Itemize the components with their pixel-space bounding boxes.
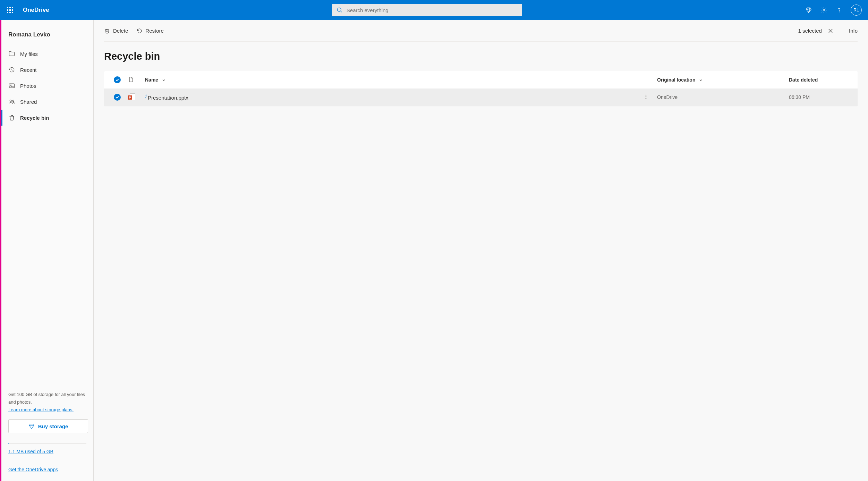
- buy-storage-label: Buy storage: [38, 423, 68, 429]
- delete-label: Delete: [113, 28, 128, 34]
- location-column-header[interactable]: Original location: [657, 77, 789, 83]
- diamond-icon: [28, 423, 35, 429]
- close-icon: [827, 28, 834, 34]
- page-title: Recycle bin: [104, 42, 858, 71]
- chevron-down-icon: [699, 78, 703, 82]
- date-column-header[interactable]: Date deleted: [789, 77, 855, 83]
- main-content: Delete Restore 1 selected Info Recycle b…: [94, 20, 868, 481]
- row-checkbox[interactable]: [114, 94, 121, 101]
- sidebar-item-photos[interactable]: Photos: [1, 78, 93, 94]
- location-column-label: Original location: [657, 77, 695, 83]
- premium-icon[interactable]: [805, 6, 812, 14]
- storage-used-link[interactable]: 1.1 MB used of 5 GB: [8, 449, 53, 454]
- search-box[interactable]: [332, 4, 522, 16]
- command-bar: Delete Restore 1 selected Info: [104, 20, 858, 42]
- file-icon: [128, 76, 134, 83]
- date-column-label: Date deleted: [789, 77, 818, 83]
- svg-line-1: [340, 11, 342, 12]
- sidebar-footer: Get 100 GB of storage for all your files…: [1, 391, 93, 481]
- restore-label: Restore: [145, 28, 164, 34]
- sidebar-item-label: Photos: [20, 83, 36, 89]
- sidebar-item-label: Shared: [20, 99, 37, 105]
- waffle-icon: [7, 7, 13, 13]
- user-name: Romana Levko: [1, 27, 93, 46]
- sidebar-item-label: Recycle bin: [20, 115, 49, 121]
- sidebar-item-recycle-bin[interactable]: Recycle bin: [1, 110, 93, 126]
- delete-button[interactable]: Delete: [104, 28, 128, 34]
- sidebar-item-label: Recent: [20, 67, 37, 73]
- table-row[interactable]: P ⤴Presentation.pptx OneDrive 06:30 PM: [104, 88, 858, 106]
- select-all-checkbox[interactable]: [114, 76, 121, 83]
- more-actions-button[interactable]: [643, 94, 657, 101]
- svg-point-12: [646, 94, 647, 95]
- header-center: [49, 4, 805, 16]
- file-type-column[interactable]: [128, 76, 145, 84]
- avatar[interactable]: RL: [851, 5, 862, 16]
- svg-point-0: [337, 8, 341, 11]
- svg-point-13: [646, 96, 647, 97]
- svg-point-14: [646, 98, 647, 99]
- pptx-icon: P: [128, 93, 135, 101]
- search-icon: [336, 7, 343, 14]
- app-header: OneDrive RL: [0, 0, 868, 20]
- buy-storage-button[interactable]: Buy storage: [8, 419, 88, 433]
- file-table: Name Original location Date deleted: [104, 71, 858, 106]
- chevron-down-icon: [162, 78, 166, 82]
- storage-plans-link[interactable]: Learn more about storage plans.: [8, 407, 74, 412]
- restore-button[interactable]: Restore: [136, 28, 164, 34]
- table-header: Name Original location Date deleted: [104, 71, 858, 88]
- svg-point-2: [823, 9, 825, 11]
- people-icon: [8, 98, 15, 105]
- file-date: 06:30 PM: [789, 94, 855, 100]
- selection-count: 1 selected: [798, 28, 822, 34]
- folder-icon: [8, 50, 15, 57]
- svg-point-3: [839, 12, 840, 12]
- file-type-icon: P: [128, 93, 145, 101]
- settings-icon[interactable]: [820, 6, 828, 14]
- app-name[interactable]: OneDrive: [20, 7, 49, 14]
- name-column-header[interactable]: Name: [145, 77, 643, 83]
- search-input[interactable]: [347, 7, 518, 13]
- svg-point-7: [12, 100, 14, 101]
- shared-indicator-icon: ⤴: [145, 94, 147, 98]
- info-label: Info: [849, 28, 858, 34]
- sidebar-item-my-files[interactable]: My files: [1, 46, 93, 62]
- help-icon[interactable]: [835, 6, 843, 14]
- svg-point-6: [10, 100, 11, 102]
- storage-meter: [8, 443, 86, 444]
- photo-icon: [8, 82, 15, 89]
- get-apps-link[interactable]: Get the OneDrive apps: [8, 466, 86, 474]
- file-location: OneDrive: [657, 94, 789, 100]
- restore-icon: [136, 28, 143, 34]
- sidebar: Romana Levko My files Recent Photos Shar…: [1, 20, 94, 481]
- svg-point-5: [10, 85, 11, 86]
- storage-promo-text: Get 100 GB of storage for all your files…: [8, 391, 86, 406]
- more-vertical-icon: [643, 94, 649, 100]
- file-name-cell[interactable]: ⤴Presentation.pptx: [145, 94, 643, 101]
- app-launcher-button[interactable]: [0, 0, 20, 20]
- sidebar-item-label: My files: [20, 51, 38, 57]
- name-column-label: Name: [145, 77, 158, 83]
- sidebar-item-recent[interactable]: Recent: [1, 62, 93, 78]
- file-name: Presentation.pptx: [148, 95, 188, 101]
- clear-selection-button[interactable]: [827, 28, 834, 34]
- info-button[interactable]: Info: [846, 28, 858, 34]
- sidebar-item-shared[interactable]: Shared: [1, 94, 93, 110]
- recycle-icon: [8, 114, 15, 121]
- trash-icon: [104, 28, 110, 34]
- nav: My files Recent Photos Shared Recycle bi…: [1, 46, 93, 391]
- header-right: RL: [805, 5, 868, 16]
- history-icon: [8, 66, 15, 73]
